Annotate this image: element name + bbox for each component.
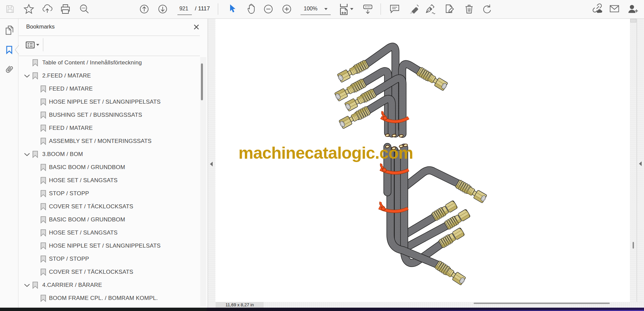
svg-text:machinecatalogic.com: machinecatalogic.com	[238, 144, 413, 162]
